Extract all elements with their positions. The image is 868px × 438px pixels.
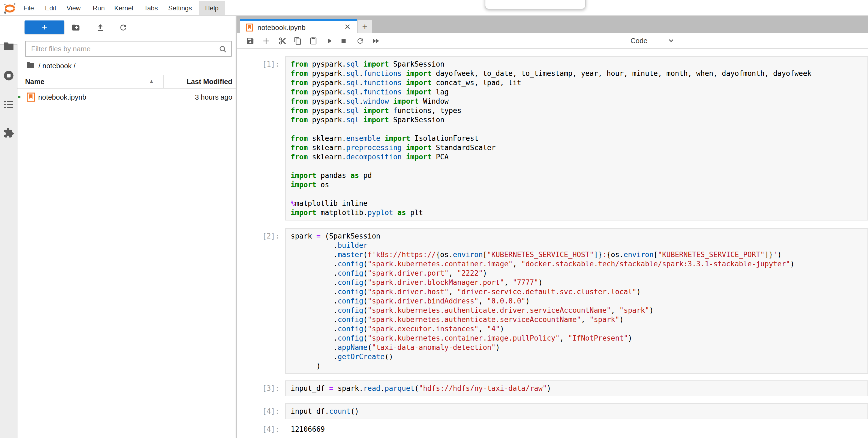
running-status-dot xyxy=(18,96,21,98)
code-cell-editor[interactable]: input_df = spark.read.parquet("hdfs://hd… xyxy=(285,380,868,396)
column-divider xyxy=(163,75,164,88)
cell-input-prompt: [4]: xyxy=(262,407,280,416)
folder-icon[interactable] xyxy=(0,42,18,51)
tab-active-accent xyxy=(240,19,357,21)
code-cell-editor[interactable]: input_df.count() xyxy=(285,403,868,419)
menubar: FileEditViewRunKernelTabsSettingsHelp xyxy=(0,0,868,16)
cut-icon[interactable] xyxy=(278,37,287,46)
menu-item-help[interactable]: Help xyxy=(199,1,225,15)
restart-kernel-icon[interactable] xyxy=(356,37,364,46)
copy-icon[interactable] xyxy=(294,37,302,46)
add-cell-icon[interactable] xyxy=(262,37,270,46)
menu-item-kernel[interactable]: Kernel xyxy=(108,1,140,15)
chevron-down-icon[interactable] xyxy=(666,36,676,46)
file-list-item[interactable]: notebook.ipynb 3 hours ago xyxy=(18,89,236,105)
sort-ascending-icon[interactable]: ▲ xyxy=(149,79,154,84)
new-launcher-button[interactable]: + xyxy=(25,21,64,34)
file-name: notebook.ipynb xyxy=(38,93,86,101)
tab-title: notebook.ipynb xyxy=(257,24,305,32)
breadcrumb[interactable]: / notebook / xyxy=(27,61,75,71)
menu-item-edit[interactable]: Edit xyxy=(39,1,62,15)
menu-item-tabs[interactable]: Tabs xyxy=(138,1,164,15)
notebook-file-icon xyxy=(246,24,253,33)
new-folder-icon[interactable] xyxy=(71,23,80,33)
cell-input-prompt: [2]: xyxy=(262,231,280,241)
column-header-modified[interactable]: Last Modified xyxy=(187,78,232,86)
table-of-contents-icon[interactable] xyxy=(0,100,18,109)
code-cell-editor[interactable]: spark = (SparkSession .builder .master(f… xyxy=(285,228,868,374)
file-browser-panel: + / notebook / Name ▲ xyxy=(18,17,236,438)
column-header-name[interactable]: Name xyxy=(25,78,44,86)
file-modified: 3 hours ago xyxy=(195,93,232,101)
search-icon xyxy=(219,45,227,54)
breadcrumb-path: / notebook / xyxy=(38,62,75,70)
jupyter-logo-icon xyxy=(3,2,17,16)
extension-puzzle-icon[interactable] xyxy=(0,127,18,138)
menu-item-view[interactable]: View xyxy=(60,1,87,15)
activity-active-tab-bg xyxy=(0,17,18,44)
menu-item-run[interactable]: Run xyxy=(87,1,111,15)
menu-item-file[interactable]: File xyxy=(17,1,40,15)
cell-output-prompt: [4]: xyxy=(262,425,280,434)
new-tab-button[interactable]: + xyxy=(358,20,372,33)
notebook-toolbar: Code xyxy=(237,33,868,49)
cell-output-value: 12106669 xyxy=(291,425,325,434)
code-cell-editor[interactable]: from pyspark.sql import SparkSessionfrom… xyxy=(285,56,868,221)
upload-icon[interactable] xyxy=(96,23,105,33)
notebook-file-icon xyxy=(27,92,35,103)
filter-box xyxy=(25,41,232,57)
save-icon[interactable] xyxy=(246,37,254,46)
running-kernels-icon[interactable] xyxy=(0,70,18,81)
tab-close-icon[interactable]: ✕ xyxy=(344,22,351,31)
notebook-area: [1]:from pyspark.sql import SparkSession… xyxy=(237,49,868,438)
activity-bar xyxy=(0,17,18,438)
run-icon[interactable] xyxy=(325,37,334,46)
menu-item-settings[interactable]: Settings xyxy=(162,1,198,15)
filter-files-input[interactable] xyxy=(31,41,217,56)
stop-icon[interactable] xyxy=(340,37,348,46)
cell-input-prompt: [1]: xyxy=(262,59,280,69)
run-all-icon[interactable] xyxy=(372,37,381,46)
paste-icon[interactable] xyxy=(309,37,317,46)
url-popup[interactable]: github.com xyxy=(485,0,586,9)
tab-notebook[interactable]: notebook.ipynb ✕ xyxy=(240,19,357,33)
cell-input-prompt: [3]: xyxy=(262,384,280,393)
refresh-icon[interactable] xyxy=(119,23,128,33)
jupyterlab-window: FileEditViewRunKernelTabsSettingsHelp gi… xyxy=(0,0,868,438)
breadcrumb-folder-icon[interactable] xyxy=(27,61,35,70)
file-list-header: Name ▲ Last Modified xyxy=(18,74,236,89)
